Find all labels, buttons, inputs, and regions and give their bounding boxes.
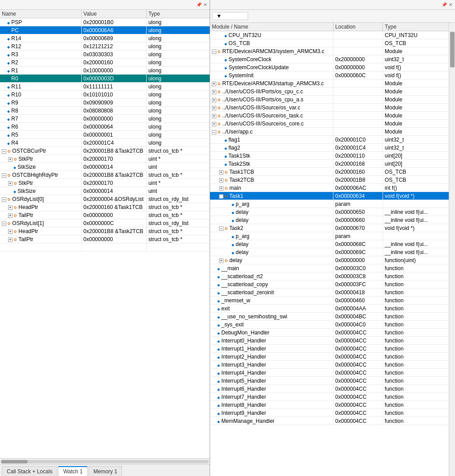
sym-expand-icon[interactable]: +: [219, 178, 223, 183]
sym-pin-icon[interactable]: 📌: [442, 2, 447, 7]
tab-call-stack[interactable]: Call Stack + Locals: [2, 466, 57, 476]
watch-row[interactable]: ◆ R8 0x08080808 ulong: [0, 107, 210, 115]
sym-row[interactable]: ◆ flag2 0x200001C4 uint32_t: [210, 144, 449, 152]
tab-watch1[interactable]: Watch 1: [58, 466, 88, 476]
sym-row[interactable]: −⚙ Task2 0x00000670 void f(void *): [210, 224, 449, 232]
sym-row[interactable]: ◆ CPU_INT32U CPU_INT32U: [210, 31, 449, 39]
sym-row[interactable]: +⚙ ../User/uCOS-III/Source/os_var.c Modu…: [210, 104, 449, 112]
sym-row[interactable]: ◆ OS_TCB OS_TCB: [210, 39, 449, 47]
watch-row[interactable]: −⚙ OSRdyList[1] 0x0000000C struct os_rdy…: [0, 219, 210, 227]
sym-expand-icon[interactable]: −: [219, 226, 223, 231]
sym-row[interactable]: ◆ _memset_w 0x00000460 function: [210, 296, 449, 305]
sym-expand-icon[interactable]: +: [212, 90, 216, 94]
sym-expand-icon[interactable]: +: [219, 259, 223, 263]
watch-row[interactable]: +⚙ StkPtr 0x20000170 uint *: [0, 155, 210, 163]
sym-expand-icon[interactable]: −: [212, 130, 216, 134]
sym-row[interactable]: +⚙ ../User/uCOS-III/Ports/os_cpu_c.c Mod…: [210, 88, 449, 96]
sym-expand-icon[interactable]: +: [219, 186, 223, 191]
expand-icon[interactable]: −: [2, 149, 6, 154]
sym-row[interactable]: −⚙ ../User/app.c Module: [210, 128, 449, 136]
sym-close-icon[interactable]: ✕: [449, 2, 452, 7]
watch-row[interactable]: +⚙ TailPtr 0x00000000 struct os_tcb *: [0, 235, 210, 243]
sym-row[interactable]: ◆ p_arg param: [210, 232, 449, 240]
expand-icon[interactable]: +: [8, 205, 13, 210]
watch-row[interactable]: ◆ PC 0x000006A6 ulong: [0, 26, 210, 34]
sym-row[interactable]: ◆ Interrupt4_Handler 0x000004CC function: [210, 369, 449, 377]
sym-row[interactable]: +⚙ RTE/Device/ARMCM3/startup_ARMCM3.c Mo…: [210, 79, 449, 88]
sym-row[interactable]: +⚙ ../User/uCOS-III/Ports/os_cpu_a.s Mod…: [210, 96, 449, 104]
sym-row[interactable]: ◆ SystemCoreClock 0x20000000 uint32_t: [210, 55, 449, 63]
close-icon[interactable]: ✕: [203, 2, 207, 7]
expand-icon[interactable]: −: [2, 173, 6, 178]
watch-row[interactable]: −⚙ OSTCBCurPtr 0x200001B8 &Task2TCB stru…: [0, 147, 210, 155]
watch-row[interactable]: ◆ R0 0x0000003D ulong: [0, 75, 210, 83]
sym-expand-icon[interactable]: −: [212, 50, 216, 54]
watch-row[interactable]: ◆ StkSize 0x00000014 uint: [0, 163, 210, 171]
sym-row[interactable]: ◆ SystemCoreClockUpdate 0x00000000 void …: [210, 63, 449, 71]
sym-row[interactable]: ◆ Task2Stk 0x20000168 uint[20]: [210, 160, 449, 168]
watch-row[interactable]: ◆ R11 0x11111111 ulong: [0, 83, 210, 91]
sym-expand-icon[interactable]: +: [212, 122, 216, 126]
sym-row[interactable]: ◆ p_arg param: [210, 200, 449, 208]
sym-row[interactable]: ◆ delay 0x00000650 __inline void f(ui...: [210, 208, 449, 216]
sym-row[interactable]: ◆ Interrupt7_Handler 0x000004CC function: [210, 393, 449, 401]
sym-expand-icon[interactable]: +: [212, 98, 216, 102]
expand-icon[interactable]: −: [2, 221, 6, 226]
sym-row[interactable]: ◆ __main 0x000003C0 function: [210, 264, 449, 272]
watch-row[interactable]: ◆ R2 0x20000160 ulong: [0, 58, 210, 67]
sym-row[interactable]: +⚙ delay 0x00000000 function(uint): [210, 256, 449, 264]
sym-row[interactable]: ◆ delay 0x0000068C __inline void f(ui...: [210, 240, 449, 248]
sym-row[interactable]: ◆ __scatterload_zeroinit 0x00000418 func…: [210, 288, 449, 296]
sym-expand-icon[interactable]: +: [219, 170, 223, 175]
symbols-dropdown[interactable]: ▼: [212, 12, 248, 20]
expand-icon[interactable]: +: [8, 213, 13, 218]
sym-row[interactable]: ◆ SystemInit 0x0000060C void f(): [210, 71, 449, 79]
sym-row[interactable]: ◆ Interrupt9_Handler 0x000004CC function: [210, 409, 449, 417]
expand-icon[interactable]: +: [8, 230, 13, 234]
watch-row[interactable]: −⚙ OSTCBHighRdyPtr 0x200001B8 &Task2TCB …: [0, 171, 210, 179]
watch-row[interactable]: ◆ R6 0x00000064 ulong: [0, 123, 210, 131]
watch-row[interactable]: ◆ R12 0x12121212 ulong: [0, 42, 210, 50]
sym-row[interactable]: +⚙ ../User/uCOS-III/Source/os_task.c Mod…: [210, 112, 449, 120]
watch-row[interactable]: ◆ R3 0x03030303 ulong: [0, 50, 210, 58]
sym-row[interactable]: ◆ Interrupt5_Handler 0x000004CC function: [210, 377, 449, 385]
sym-row[interactable]: ◆ _sys_exit 0x000004C0 function: [210, 321, 449, 329]
watch-row[interactable]: ◆ StkSize 0x00000014 uint: [0, 187, 210, 195]
symbols-vscroll[interactable]: [449, 23, 455, 476]
sym-row[interactable]: ◆ Task1Stk 0x20000110 uint[20]: [210, 152, 449, 160]
sym-expand-icon[interactable]: +: [212, 114, 216, 118]
watch-scrollbar-h[interactable]: [0, 458, 210, 464]
sym-row[interactable]: ◆ DebugMon_Handler 0x000004CC function: [210, 329, 449, 337]
sym-expand-icon[interactable]: −: [219, 194, 223, 199]
sym-row[interactable]: ◆ delay 0x0000069C __inline void f(ui...: [210, 248, 449, 256]
sym-row[interactable]: ◆ delay 0x00000660 __inline void f(ui...: [210, 216, 449, 224]
sym-row[interactable]: ◆ __scatterload_copy 0x000003FC function: [210, 280, 449, 288]
watch-row[interactable]: [0, 243, 210, 251]
watch-row[interactable]: ◆ R1 0x10000000 ulong: [0, 67, 210, 75]
sym-row[interactable]: ◆ Interrupt8_Handler 0x000004CC function: [210, 401, 449, 409]
watch-row[interactable]: +⚙ TailPtr 0x00000000 struct os_tcb *: [0, 211, 210, 219]
watch-row[interactable]: +⚙ HeadPtr 0x200001B8 &Task2TCB struct o…: [0, 227, 210, 235]
watch-row[interactable]: ◆ R5 0x00000001 ulong: [0, 131, 210, 139]
expand-icon[interactable]: +: [8, 238, 13, 242]
sym-row[interactable]: +⚙ main 0x000006AC int f(): [210, 184, 449, 192]
expand-icon[interactable]: +: [8, 157, 13, 162]
sym-row[interactable]: +⚙ Task1TCB 0x20000160 OS_TCB: [210, 168, 449, 176]
symbols-vscroll-thumb[interactable]: [450, 32, 455, 67]
sym-row[interactable]: ◆ Interrupt1_Handler 0x000004CC function: [210, 345, 449, 353]
watch-row[interactable]: ◆ R10 0x10101010 ulong: [0, 91, 210, 99]
watch-row[interactable]: ◆ R9 0x09090909 ulong: [0, 99, 210, 107]
sym-row[interactable]: ◆ exit 0x000004AA function: [210, 305, 449, 313]
watch-row[interactable]: ◆ PSP 0x200001B0 ulong: [0, 18, 210, 26]
watch-row[interactable]: ◆ R4 0x200001C4 ulong: [0, 139, 210, 147]
watch-row[interactable]: ◆ R7 0x00000000 ulong: [0, 115, 210, 123]
sym-expand-icon[interactable]: +: [212, 106, 216, 110]
expand-icon[interactable]: −: [2, 197, 6, 202]
sym-row[interactable]: ◆ Interrupt2_Handler 0x000004CC function: [210, 353, 449, 361]
sym-row[interactable]: ◆ __use_no_semihosting_swi 0x000004BC fu…: [210, 313, 449, 321]
sym-row[interactable]: −⚙ RTE/Device/ARMCM3/system_ARMCM3.c Mod…: [210, 47, 449, 55]
watch-row[interactable]: +⚙ HeadPtr 0x20000160 &Task1TCB struct o…: [0, 203, 210, 211]
sym-row[interactable]: +⚙ Task2TCB 0x200001B8 OS_TCB: [210, 176, 449, 184]
sym-row[interactable]: +⚙ ../User/uCOS-III/Source/os_core.c Mod…: [210, 120, 449, 128]
sym-row[interactable]: ◆ Interrupt6_Handler 0x000004CC function: [210, 385, 449, 393]
